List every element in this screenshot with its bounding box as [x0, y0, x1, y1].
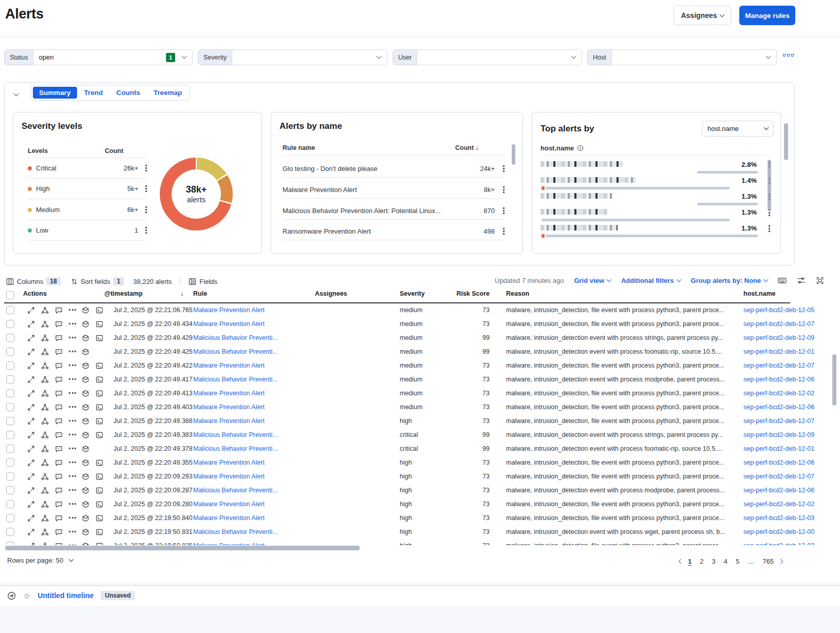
more-actions-icon[interactable] — [69, 378, 76, 380]
alert-host-link[interactable]: sep-perf-bcd2-deb-12-00 — [743, 528, 827, 535]
display-options-icon[interactable] — [797, 277, 806, 284]
page-1[interactable]: 1 — [685, 557, 695, 566]
add-note-icon[interactable] — [55, 362, 63, 370]
alert-host-link[interactable]: sep-perf-bcd2-deb-12-06 — [743, 376, 827, 383]
alert-host-link[interactable]: sep-perf-bcd2-deb-12-07 — [743, 473, 827, 480]
page-4[interactable]: 4 — [721, 557, 731, 566]
expand-alert-icon[interactable] — [27, 459, 35, 467]
alert-host-link[interactable]: sep-perf-bcd2-deb-12-07 — [743, 362, 827, 369]
col-severity[interactable]: Severity — [400, 290, 425, 297]
analyze-event-icon[interactable] — [41, 542, 49, 545]
analyze-event-icon[interactable] — [41, 320, 49, 328]
investigate-in-timeline-icon[interactable] — [82, 487, 89, 494]
investigate-in-timeline-icon[interactable] — [82, 362, 89, 370]
select-all-checkbox[interactable] — [6, 291, 14, 301]
expand-alert-icon[interactable] — [27, 473, 35, 481]
investigate-in-timeline-icon[interactable] — [82, 334, 89, 342]
analyze-event-icon[interactable] — [41, 459, 49, 467]
row-checkbox[interactable] — [6, 528, 14, 538]
session-view-icon[interactable] — [96, 306, 103, 314]
alert-rule-link[interactable]: Malicious Behavior Preventi... — [193, 528, 293, 535]
tab-treemap[interactable]: Treemap — [147, 87, 189, 99]
analyze-event-icon[interactable] — [41, 487, 49, 494]
analyze-event-icon[interactable] — [41, 514, 49, 522]
analyze-event-icon[interactable] — [41, 362, 49, 370]
group-alerts-button[interactable]: Group alerts by: None — [691, 277, 768, 284]
add-note-icon[interactable] — [55, 390, 63, 397]
row-actions-icon[interactable] — [503, 228, 505, 235]
analyze-event-icon[interactable] — [41, 417, 49, 425]
session-view-icon[interactable] — [96, 473, 103, 481]
session-view-icon[interactable] — [96, 390, 103, 397]
user-filter[interactable]: User — [393, 49, 582, 65]
analyze-event-icon[interactable] — [41, 501, 49, 508]
row-checkbox[interactable] — [6, 486, 14, 496]
row-checkbox[interactable] — [6, 458, 14, 469]
alert-rule-link[interactable]: Malware Prevention Alert — [193, 362, 293, 369]
add-note-icon[interactable] — [55, 417, 63, 425]
add-note-icon[interactable] — [55, 473, 63, 481]
host-filter[interactable]: Host — [587, 49, 777, 65]
investigate-in-timeline-icon[interactable] — [82, 501, 89, 508]
row-actions-icon[interactable] — [145, 206, 147, 213]
alert-host-link[interactable]: sep-perf-bcd2-deb-12-03 — [743, 542, 827, 545]
more-actions-icon[interactable] — [69, 351, 76, 352]
investigate-in-timeline-icon[interactable] — [82, 417, 89, 425]
row-checkbox[interactable] — [6, 348, 14, 358]
alert-host-link[interactable]: sep-perf-bcd2-deb-12-06 — [743, 487, 827, 494]
add-note-icon[interactable] — [55, 334, 63, 342]
expand-alert-icon[interactable] — [27, 320, 35, 328]
add-note-icon[interactable] — [55, 306, 63, 314]
more-actions-icon[interactable] — [69, 531, 76, 532]
expand-alert-icon[interactable] — [27, 306, 35, 314]
manage-rules-button[interactable]: Manage rules — [739, 6, 795, 25]
row-checkbox[interactable] — [6, 320, 14, 330]
row-checkbox[interactable] — [6, 334, 14, 344]
alert-host-link[interactable]: sep-perf-bcd2-deb-12-01 — [743, 348, 827, 355]
alert-rule-link[interactable]: Malicious Behavior Preventi... — [193, 445, 293, 452]
row-checkbox[interactable] — [6, 472, 14, 483]
session-view-icon[interactable] — [96, 459, 103, 467]
row-checkbox[interactable] — [6, 431, 14, 441]
more-actions-icon[interactable] — [69, 448, 76, 449]
row-checkbox[interactable] — [6, 389, 14, 399]
alert-host-link[interactable]: sep-perf-bcd2-deb-12-09 — [743, 334, 827, 341]
session-view-icon[interactable] — [96, 417, 103, 425]
alert-host-link[interactable]: sep-perf-bcd2-deb-12-03 — [743, 514, 827, 522]
expand-alert-icon[interactable] — [27, 514, 35, 522]
expand-alert-icon[interactable] — [27, 334, 35, 342]
expand-alert-icon[interactable] — [27, 362, 35, 370]
row-checkbox[interactable] — [6, 403, 14, 413]
expand-alert-icon[interactable] — [27, 348, 35, 356]
add-note-icon[interactable] — [55, 459, 63, 467]
grid-vertical-scrollbar[interactable] — [832, 354, 836, 406]
alert-rule-link[interactable]: Malware Prevention Alert — [193, 390, 293, 397]
row-actions-icon[interactable] — [503, 207, 505, 214]
investigate-in-timeline-icon[interactable] — [82, 514, 89, 522]
row-checkbox[interactable] — [6, 514, 14, 524]
add-note-icon[interactable] — [55, 542, 63, 545]
add-note-icon[interactable] — [55, 320, 63, 328]
more-actions-icon[interactable] — [69, 309, 76, 311]
alert-rule-link[interactable]: Malware Prevention Alert — [193, 459, 293, 466]
investigate-in-timeline-icon[interactable] — [82, 306, 89, 314]
add-note-icon[interactable] — [55, 445, 63, 453]
investigate-in-timeline-icon[interactable] — [82, 528, 89, 536]
session-view-icon[interactable] — [96, 404, 103, 411]
page-2[interactable]: 2 — [697, 557, 706, 566]
tab-summary[interactable]: Summary — [33, 87, 77, 99]
col-timestamp[interactable]: @timestamp — [104, 290, 143, 297]
session-view-icon[interactable] — [96, 334, 103, 342]
expand-alert-icon[interactable] — [27, 390, 35, 397]
fullscreen-icon[interactable] — [816, 277, 824, 284]
analyze-event-icon[interactable] — [41, 376, 49, 383]
investigate-in-timeline-icon[interactable] — [82, 473, 89, 481]
investigate-in-timeline-icon[interactable] — [82, 348, 89, 356]
panel-scrollbar[interactable] — [768, 160, 771, 211]
col-reason[interactable]: Reason — [506, 290, 529, 297]
expand-alert-icon[interactable] — [27, 417, 35, 425]
more-actions-icon[interactable] — [69, 475, 76, 477]
alert-rule-link[interactable]: Malicious Behavior Preventi... — [193, 334, 293, 341]
add-note-icon[interactable] — [55, 404, 63, 411]
row-actions-icon[interactable] — [145, 185, 147, 192]
